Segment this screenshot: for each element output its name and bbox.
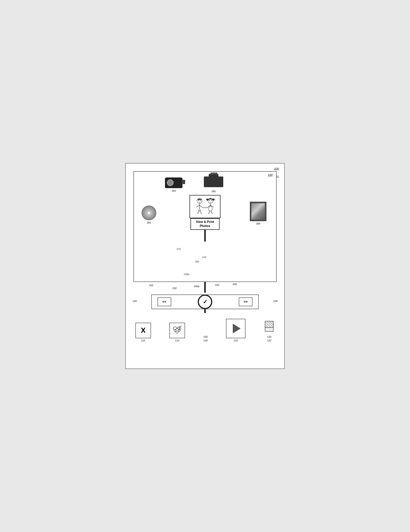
cancel-x-icon: X [141,326,146,334]
prev-button-126[interactable]: << [157,297,171,306]
ref-116-label: 116 [234,339,238,342]
ref-248a-label: 248a [194,285,199,288]
ref-118-label: 118 [204,339,208,342]
svg-point-15 [212,199,215,200]
ref-114-label: 114 [175,339,179,342]
ref-128-label: 128 [273,299,277,302]
middle-area: 130 118 [204,335,208,342]
disc-icon-262: 262 [142,206,156,224]
diagram-wrapper: 150 264 266 262 268 [132,169,278,344]
outer-page: 100 102 150 264 266 262 268 [125,163,285,369]
view-print-box-270[interactable]: View & Print Photos [190,218,220,230]
printer-bottom-body [265,328,273,332]
svg-point-7 [200,200,201,201]
inner-frame-150: 150 264 266 262 268 [134,171,276,282]
play-button-116[interactable] [226,319,245,338]
view-print-text: View & Print Photos [196,220,214,228]
next-label: >> [244,300,248,304]
svg-point-20 [176,328,178,329]
disc-body [142,206,156,220]
nav-bar-240: << ✓ >> [151,294,259,309]
projector-ref-label: 264 [172,189,176,192]
svg-point-23 [177,331,179,332]
next-button-128[interactable]: >> [239,297,253,306]
nav-bottom-connector [134,309,276,313]
projector-icon-264: 264 [165,178,183,192]
cancel-button-112[interactable]: X [136,323,151,338]
toolbox-body [204,177,223,187]
prev-label: << [162,300,166,304]
disc-ref-label: 262 [147,221,151,224]
next-btn-group: >> [239,297,253,306]
ref-120-label: 120 [267,335,272,338]
connector-line-244 [204,230,206,242]
nav-to-bottom-line [204,309,206,313]
ref-112-label: 112 [141,339,145,342]
svg-point-19 [175,329,176,330]
photobook-icon-268: 268 [250,202,266,225]
svg-line-24 [179,326,182,327]
ref-232-label: 232 [172,287,177,290]
paint-heart-svg [172,325,183,336]
paint-icon-group-114: 114 [169,323,185,342]
printer-icon-group-120: 120 122 [264,321,274,342]
ref-244-label: 244 [202,256,206,259]
toolbox-ref-label: 266 [211,190,216,193]
play-triangle-icon [233,324,241,333]
projector-body [165,178,183,188]
cancel-icon-group-112: X 112 [136,323,151,342]
frame-to-nav-connector [204,282,206,293]
photo-display-area: View & Print Photos [189,195,221,242]
nav-bar-container: << ✓ >> 126 128 [134,293,276,309]
check-circle-242[interactable]: ✓ [198,294,212,309]
kids-illustration [191,197,219,217]
printer-120[interactable] [264,321,274,334]
play-icon-group-116: 116 [226,319,245,342]
ref-248b-label: 248b [184,273,189,276]
svg-line-3 [200,205,203,208]
labels-between: 152 232 248a 242 240 [134,282,276,293]
ref-242-label: 242 [215,284,219,286]
svg-point-6 [198,200,199,201]
photobook-body [250,202,266,221]
ref-270-label: 270 [177,247,181,250]
toolbox-icon-266: 266 [204,177,223,193]
svg-point-14 [206,199,209,200]
printer-top-body [265,321,273,328]
ref-130-label: 130 [204,335,208,338]
ref-126-label: 126 [133,299,137,302]
check-icon: ✓ [203,299,207,305]
svg-point-16 [209,200,210,201]
ref-122-label: 122 [267,339,272,342]
svg-point-17 [211,200,212,201]
svg-point-22 [176,331,177,332]
ref-260-label: 260 [195,260,199,263]
svg-rect-25 [179,327,180,329]
ref-150-label: 150 [268,173,273,177]
paint-button-114[interactable] [169,323,185,338]
ref-240-label: 240 [233,283,237,286]
photo-frame-260 [189,195,221,218]
photobook-ref-label: 268 [256,222,260,225]
prev-btn-group: << [157,297,171,306]
svg-line-2 [196,205,200,207]
bottom-icons-row: X 112 [134,319,276,342]
ref-152-label: 152 [149,284,153,287]
